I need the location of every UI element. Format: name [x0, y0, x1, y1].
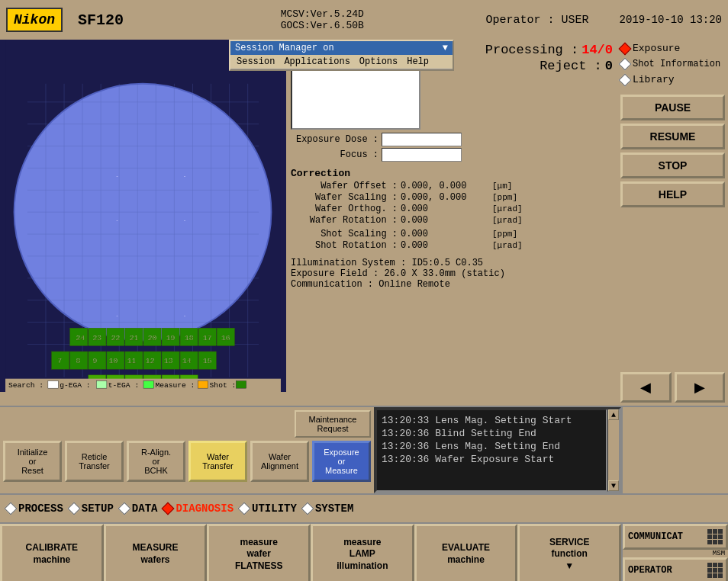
evaluate-label: EVALUATEmachine	[442, 542, 490, 566]
tab-diagnosis[interactable]: DIAGNOSIS	[163, 502, 234, 515]
r-align-btn[interactable]: R-Align.orBCHK	[127, 441, 185, 482]
session-menu-options[interactable]: Options	[359, 56, 398, 67]
log-area: 13:20:33 Lens Mag. Setting Start 13:20:3…	[375, 409, 607, 492]
correction-title: Correction	[291, 168, 613, 179]
version1: MCSV:Ver.5.24D	[159, 8, 486, 20]
corr-row-2: Wafer Orthog. : 0.000 [μrad]	[291, 204, 613, 214]
wafer-alignment-btn[interactable]: WaferAlignment	[250, 441, 309, 482]
tab-label-diagnosis: DIAGNOSIS	[176, 502, 234, 515]
operator-label: OPERATOR	[628, 565, 672, 576]
session-menu-help[interactable]: Help	[407, 56, 429, 67]
session-menu-session[interactable]: Session	[237, 56, 275, 67]
svg-text:21: 21	[130, 334, 139, 342]
corr-unit-3: [μrad]	[492, 216, 523, 225]
radio-group: Exposure Shot Information Library	[620, 43, 725, 85]
corr-val-4: 0.000	[401, 229, 492, 239]
log-scrollbar[interactable]: ▲ ▼	[607, 409, 620, 492]
nav-arrows: ◀ ▶	[620, 372, 725, 403]
calibrate-machine-btn[interactable]: CALIBRATEmachine	[0, 524, 104, 581]
svg-text:-: -	[183, 173, 186, 179]
dose-value-box	[382, 133, 462, 146]
measure-flatness-btn[interactable]: measurewaferFLATNESS	[207, 524, 311, 581]
scroll-down-arrow[interactable]: ▼	[608, 480, 619, 491]
tab-label-process: PROCESS	[18, 502, 63, 515]
nikon-logo: Nikon	[6, 8, 63, 32]
svg-rect-84	[236, 381, 246, 389]
exposure-field-info: Exposure Field : 26.0 X 33.0mm (static)	[291, 268, 613, 279]
svg-text:18: 18	[185, 334, 194, 342]
right-actions-panel: COMMUNICAT MSM OPERATOR MCSV:CA	[621, 524, 728, 581]
corr-val-3: 0.000	[401, 215, 492, 226]
pause-button[interactable]: PAUSE	[620, 95, 725, 120]
corr-label-0: Wafer Offset :	[291, 181, 398, 191]
svg-text:19: 19	[166, 334, 176, 342]
measure-lamp-btn[interactable]: measureLAMPillumination	[311, 524, 414, 581]
corr-label-1: Wafer Scaling :	[291, 192, 398, 203]
arrow-right-btn[interactable]: ▶	[675, 372, 726, 403]
radio-shot-info[interactable]: Shot Information	[620, 59, 725, 69]
operator-icon	[707, 563, 723, 578]
svg-text:g-EGA :: g-EGA :	[60, 381, 90, 390]
tab-diamond-process	[5, 502, 18, 515]
svg-text:14: 14	[182, 357, 192, 365]
operator-btn[interactable]: OPERATOR	[623, 557, 728, 581]
tab-utility[interactable]: UTILITY	[240, 502, 297, 515]
log-line-2: 13:20:36 Lens Mag. Setting End	[382, 441, 601, 452]
wafer-transfer-btn[interactable]: WaferTransfer	[188, 441, 247, 482]
processing-row: Processing : 14/0	[485, 43, 613, 57]
exposure-measure-btn[interactable]: ExposureorMeasure	[312, 441, 371, 482]
svg-rect-80	[143, 381, 153, 389]
maintenance-request-btn[interactable]: MaintenanceRequest	[295, 410, 371, 438]
reject-row: Reject : 0	[540, 59, 613, 73]
focus-value-box	[382, 148, 462, 162]
resume-button[interactable]: RESUME	[620, 124, 725, 149]
session-title-bar: Session Manager on ▼	[230, 41, 453, 55]
arrow-left-btn[interactable]: ◀	[620, 372, 672, 403]
measure-wafers-btn[interactable]: MEASUREwafers	[104, 524, 208, 581]
datetime-info: 2019-10-10 13:20	[620, 14, 722, 26]
right-side-log-panel	[621, 407, 728, 493]
wafer-map-svg: - - - - - - 24 23 22 21 20 19 18 17 16	[0, 40, 286, 392]
measure-wafers-label: MEASUREwafers	[133, 542, 179, 566]
tab-data[interactable]: DATA	[120, 502, 158, 515]
svg-text:22: 22	[111, 334, 121, 342]
radio-library[interactable]: Library	[620, 74, 725, 85]
svg-text:20: 20	[148, 334, 157, 342]
svg-text:-: -	[115, 173, 118, 179]
reticle-transfer-btn[interactable]: ReticleTransfer	[65, 441, 124, 482]
dose-row: Exposure Dose :	[291, 133, 613, 146]
initialize-btn[interactable]: InitializeorReset	[3, 441, 62, 482]
svg-text:t-EGA :: t-EGA :	[108, 381, 139, 390]
log-line-3: 13:20:36 Wafer Exposure Start	[382, 454, 601, 465]
corr-row-0: Wafer Offset : 0.000, 0.000 [μm]	[291, 181, 613, 191]
tab-setup[interactable]: SETUP	[69, 502, 114, 515]
service-function-btn[interactable]: SERVICEfunction▼	[517, 524, 621, 581]
session-title: Session Manager on	[235, 43, 334, 53]
session-menu: Session Applications Options Help	[230, 55, 453, 69]
svg-text:7: 7	[57, 357, 62, 365]
scroll-up-arrow[interactable]: ▲	[608, 409, 619, 420]
communicat-label: COMMUNICAT	[628, 531, 683, 542]
corr-unit-4: [ppm]	[492, 230, 517, 239]
tab-diamond-data	[118, 502, 130, 515]
reject-value: 0	[605, 59, 613, 73]
evaluate-machine-btn[interactable]: EVALUATEmachine	[414, 524, 518, 581]
machine-id: SF120	[78, 11, 124, 29]
center-panel: Processing : 14/0 Reject : 0 Exposure Do…	[286, 40, 617, 406]
process-tabs: PROCESS SETUP DATA DIAGNOSIS UTILITY SYS…	[0, 493, 728, 522]
tab-label-utility: UTILITY	[252, 502, 297, 515]
processing-label: Processing :	[485, 43, 578, 57]
help-button[interactable]: HELP	[620, 181, 725, 207]
correction-section: Correction Wafer Offset : 0.000, 0.000 […	[291, 168, 613, 252]
tab-process[interactable]: PROCESS	[6, 502, 63, 515]
svg-text:16: 16	[221, 334, 230, 342]
session-menu-applications[interactable]: Applications	[284, 56, 350, 67]
stop-button[interactable]: STOP	[620, 152, 725, 178]
tab-label-data: DATA	[132, 502, 158, 515]
radio-exposure[interactable]: Exposure	[620, 43, 725, 54]
log-line-0: 13:20:33 Lens Mag. Setting Start	[382, 415, 601, 426]
library-label: Library	[633, 74, 675, 85]
session-close-btn[interactable]: ▼	[443, 43, 448, 53]
communicat-btn[interactable]: COMMUNICAT	[623, 524, 728, 550]
tab-system[interactable]: SYSTEM	[303, 502, 353, 515]
